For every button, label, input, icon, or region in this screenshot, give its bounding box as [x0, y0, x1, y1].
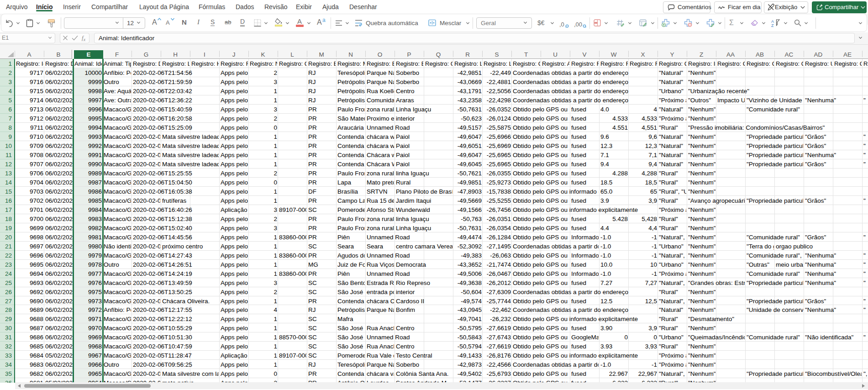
svg-text:Z: Z: [771, 23, 774, 27]
